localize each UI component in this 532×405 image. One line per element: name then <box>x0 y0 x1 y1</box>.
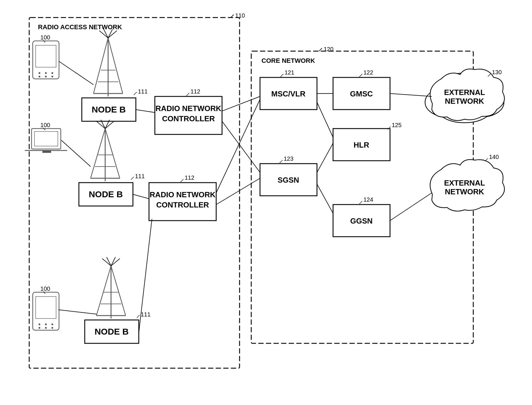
rnc2-ref: 112 <box>185 174 194 181</box>
sgsn-label: SGSN <box>278 176 299 184</box>
ext2-label-line2: NETWORK <box>445 187 484 196</box>
ue1-ref: 100 <box>40 34 50 41</box>
nodeB3-ref: 111 <box>141 311 150 318</box>
ext1-label-line1: EXTERNAL <box>444 88 485 97</box>
gmsc-label: GMSC <box>350 89 373 98</box>
nodeB2-ref: 111 <box>135 173 145 179</box>
ue2-ref: 100 <box>40 122 50 128</box>
ran-label: RADIO ACCESS NETWORK <box>38 23 122 31</box>
core-label: CORE NETWORK <box>261 57 315 64</box>
core-ref: 120 <box>324 46 333 52</box>
svg-point-21 <box>51 327 53 329</box>
svg-point-4 <box>39 72 40 74</box>
rnc2-label-line2: CONTROLLER <box>156 200 209 209</box>
gmsc-ref: 122 <box>363 69 373 76</box>
ggsn-label: GGSN <box>350 217 373 225</box>
mscvlr-ref: 121 <box>285 69 294 76</box>
svg-point-18 <box>51 323 53 325</box>
ran-ref: 110 <box>235 12 245 19</box>
hlr-label: HLR <box>353 141 369 149</box>
nodeB3-label: NODE B <box>95 327 129 336</box>
nodeB1-label: NODE B <box>92 105 126 114</box>
ext1-ref: 130 <box>492 69 502 75</box>
svg-point-5 <box>45 72 47 74</box>
ext2-label-line1: EXTERNAL <box>444 179 485 187</box>
ext2-ref: 140 <box>489 154 499 160</box>
rnc1-label-line1: RADIO NETWORK <box>155 104 221 113</box>
nodeB1-ref: 111 <box>138 88 148 95</box>
rnc1-ref: 112 <box>190 88 200 95</box>
svg-point-19 <box>39 327 40 329</box>
ggsn-ref: 124 <box>363 196 373 203</box>
nodeB2-label: NODE B <box>89 189 123 199</box>
svg-point-8 <box>45 76 47 77</box>
svg-point-7 <box>39 76 40 77</box>
svg-rect-13 <box>42 150 51 153</box>
svg-point-17 <box>45 323 47 325</box>
hlr-ref: 125 <box>392 122 401 128</box>
sgsn-ref: 123 <box>284 155 293 162</box>
mscvlr-label: MSC/VLR <box>271 89 306 98</box>
svg-point-16 <box>39 323 40 325</box>
svg-point-6 <box>51 72 53 74</box>
svg-point-9 <box>51 76 53 77</box>
svg-point-20 <box>45 327 47 329</box>
ue3-ref: 100 <box>40 285 50 292</box>
rnc1-label-line2: CONTROLLER <box>162 114 215 123</box>
ext1-label-line2: NETWORK <box>445 97 484 105</box>
rnc2-label-line1: RADIO NETWORK <box>150 190 216 199</box>
